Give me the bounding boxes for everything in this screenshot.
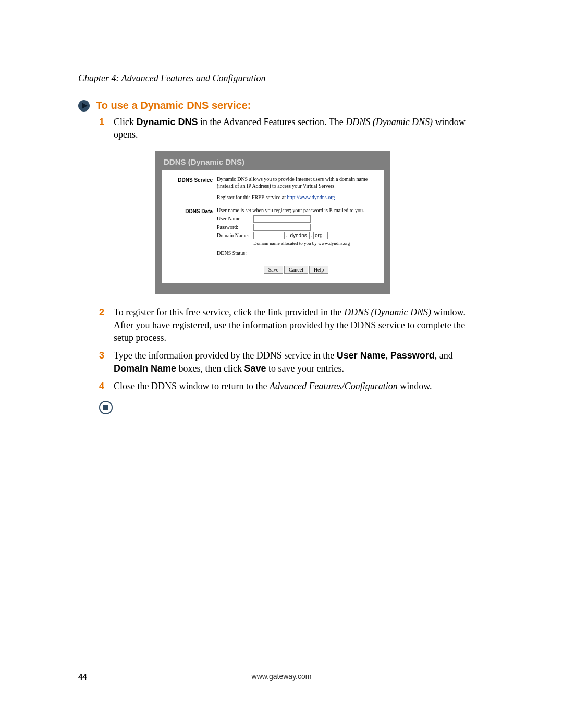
ddns-service-desc: Dynamic DNS allows you to provide Intern…: [217, 176, 375, 190]
domain-name-label: Domain Name:: [217, 232, 253, 239]
user-name-label: User Name:: [217, 215, 253, 223]
footer-url: www.gateway.com: [78, 672, 485, 681]
save-button[interactable]: Save: [264, 266, 283, 274]
section-heading: To use a Dynamic DNS service:: [96, 100, 251, 112]
ddns-service-label: DDNS Service: [166, 176, 217, 184]
ddns-data-desc: User name is set when you register; your…: [217, 207, 375, 214]
ddns-status-label: DDNS Status:: [217, 250, 247, 257]
domain-allocated-note: Domain name allocated to you by www.dynd…: [253, 240, 375, 246]
step-3: Type the information provided by the DDN…: [99, 349, 485, 375]
ddns-data-label: DDNS Data: [166, 207, 217, 215]
italic-ddns: DDNS (Dynamic DNS): [346, 117, 433, 127]
register-link[interactable]: http://www.dyndns.org: [287, 194, 335, 200]
play-triangle-icon: [78, 100, 90, 112]
end-marker-icon: [99, 401, 485, 416]
bold-dynamic-dns: Dynamic DNS: [137, 117, 198, 127]
password-input[interactable]: [253, 224, 311, 231]
chapter-title: Chapter 4: Advanced Features and Configu…: [78, 73, 485, 84]
italic-ddns-2: DDNS (Dynamic DNS): [344, 307, 431, 317]
user-name-input[interactable]: [253, 215, 311, 223]
password-label: Password:: [217, 224, 253, 231]
svg-rect-3: [103, 405, 108, 410]
ddns-window-title: DDNS (Dynamic DNS): [155, 157, 390, 167]
step-4: Close the DDNS window to return to the A…: [99, 380, 485, 392]
step-2: To register for this free service, click…: [99, 306, 485, 344]
domain-tld-input[interactable]: [313, 232, 328, 239]
domain-mid-input[interactable]: [289, 232, 310, 239]
ddns-screenshot: DDNS (Dynamic DNS) DDNS Service Dynamic …: [155, 151, 390, 295]
register-text: Register for this FREE service at: [217, 194, 287, 200]
step-1: Click Dynamic DNS in the Advanced Featur…: [99, 116, 485, 294]
domain-host-input[interactable]: [253, 232, 285, 239]
cancel-button[interactable]: Cancel: [284, 266, 308, 274]
help-button[interactable]: Help: [309, 266, 328, 274]
